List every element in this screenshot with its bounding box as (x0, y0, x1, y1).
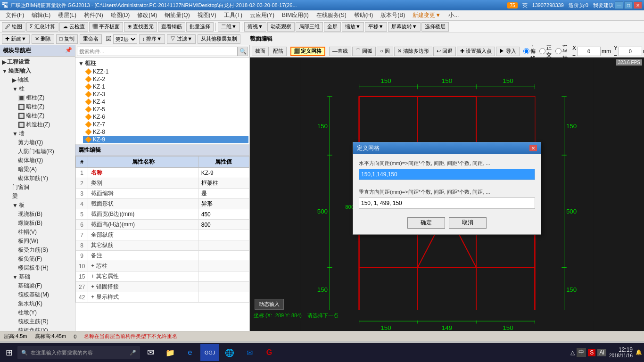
prop-value[interactable] (198, 282, 249, 292)
table-row[interactable]: 2 类别 框架柱 (76, 178, 249, 189)
tree-item-shear-wall[interactable]: 剪力墙(Q) (10, 138, 74, 147)
prop-value[interactable]: KZ-9 (198, 168, 249, 178)
menu-edit[interactable]: 编辑(E) (28, 10, 54, 20)
kz9-item[interactable]: 🔶KZ-9 (83, 136, 248, 143)
zoom-btn[interactable]: 缩放▼ (342, 22, 364, 32)
menu-floor[interactable]: 楼层(L) (54, 10, 80, 20)
tree-item-end-column[interactable]: 🔲 端柱(Z) (10, 111, 74, 120)
menu-more[interactable]: 小... (445, 10, 462, 20)
taskbar-app-ie[interactable]: e (181, 344, 199, 361)
tree-item-neg-rebar[interactable]: 板负筋(F) (10, 255, 74, 263)
table-row[interactable]: 9 备注 (76, 251, 249, 261)
flat-slab-btn[interactable]: ▦ 平齐板面 (89, 22, 123, 32)
nav-pin-icon[interactable]: 📌 (65, 47, 72, 55)
kz3-item[interactable]: 🔶KZ-3 (83, 90, 248, 98)
horizontal-input[interactable] (359, 169, 535, 180)
menu-modify[interactable]: 修改(M) (133, 10, 161, 20)
prop-value[interactable] (198, 292, 249, 303)
kz2-item[interactable]: 🔶KZ-2 (83, 75, 248, 83)
batch-select-btn[interactable]: 批量选择 (186, 22, 214, 32)
layer-select[interactable]: 第2层 (113, 34, 137, 44)
prop-value[interactable]: 800 (198, 220, 249, 230)
table-row[interactable]: 1 名称 KZ-9 (76, 168, 249, 178)
tree-item-column[interactable]: ▼ 柱 (5, 84, 74, 93)
tree-item-construct-column[interactable]: 🔲 构造柱(Z) (10, 120, 74, 129)
menu-file[interactable]: 文件(F) (2, 10, 28, 20)
kz8-item[interactable]: 🔶KZ-8 (83, 128, 248, 136)
tree-item-axis[interactable]: ▶ 轴线 (5, 75, 74, 84)
tree-item-door-window[interactable]: 门窗洞 (5, 183, 74, 192)
taskbar-app-browser[interactable]: 🌐 (220, 344, 239, 361)
prop-value[interactable] (198, 251, 249, 261)
prop-value[interactable] (198, 261, 249, 272)
prop-value[interactable]: 450 (198, 209, 249, 220)
tree-item-slab-rebar[interactable]: 板受力筋(S) (10, 246, 74, 255)
up-arrow-icon[interactable]: △ (570, 349, 575, 356)
tree-item-floor-strip[interactable]: 楼层板带(H) (10, 263, 74, 272)
table-row[interactable]: 4 截面形状 异形 (76, 199, 249, 209)
tree-item-found-beam[interactable]: 基础梁(F) (10, 281, 74, 290)
kzz1-item[interactable]: 🔶KZZ-1 (83, 68, 248, 75)
kz7-item[interactable]: 🔶KZ-7 (83, 121, 248, 128)
tree-item-raft[interactable]: 筏板基础(M) (10, 290, 74, 299)
taskbar-search-box[interactable]: 🔍 在这里输入你要搜索的内容 🎤 (17, 346, 140, 359)
tree-item-slab[interactable]: ▼ 板 (5, 201, 74, 210)
frame-col-tree-item[interactable]: ▼ 框柱 (76, 59, 248, 68)
tree-item-civil-wall[interactable]: 人防门框墙(R) (10, 147, 74, 156)
menu-component[interactable]: 构件(N) (80, 10, 107, 20)
copy-from-floor-btn[interactable]: 从其他楼层复制 (198, 34, 240, 44)
taskbar-app-g[interactable]: G (260, 344, 279, 361)
table-row[interactable]: 7 全部纵筋 (76, 230, 249, 240)
close-button[interactable]: ✕ (634, 1, 642, 9)
table-row[interactable]: 3 截面编辑 是 (76, 189, 249, 199)
fullscreen-btn[interactable]: 全屏 (324, 22, 341, 32)
tree-item-col-pier[interactable]: 柱墩(Y) (10, 308, 74, 317)
menu-tools[interactable]: 工具(T) (220, 10, 246, 20)
taskbar-app-mail[interactable]: ✉ (141, 344, 160, 361)
menu-bim[interactable]: BIM应用(I) (278, 10, 313, 20)
menu-online[interactable]: 在线服务(S) (313, 10, 350, 20)
kz6-item[interactable]: 🔶KZ-6 (83, 113, 248, 121)
menu-cloud[interactable]: 云应用(Y) (246, 10, 278, 20)
find-elem-btn[interactable]: ⊞ 查找图元 (124, 22, 157, 32)
prop-value[interactable] (198, 272, 249, 282)
prop-value[interactable] (198, 230, 249, 240)
tree-item-wall[interactable]: ▼ 墙 (5, 129, 74, 138)
tree-item-hidden-column[interactable]: 🔲 暗柱(Z) (10, 102, 74, 111)
new-layer-btn[interactable]: ✚ 新建▼ (2, 34, 30, 44)
view-rebar-btn[interactable]: 查看钢筋 (158, 22, 185, 32)
tree-item-raft-neg[interactable]: 筏板负筋(X) (10, 326, 74, 331)
notification-icon[interactable]: 🔔 (636, 349, 642, 355)
pan-btn[interactable]: 平移▼ (365, 22, 387, 32)
menu-newchange[interactable]: 新建变更▼ (409, 10, 445, 20)
filter-btn[interactable]: ▽ 过滤▼ (167, 34, 196, 44)
dynamic-obs-btn[interactable]: 动态观察 (267, 22, 295, 32)
tree-item-cast-slab[interactable]: 现浇板(B) (10, 210, 74, 219)
tree-item-foundation[interactable]: ▼ 基础 (5, 272, 74, 281)
kz4-item[interactable]: 🔶KZ-4 (83, 98, 248, 106)
menu-draw[interactable]: 绘图(D) (107, 10, 134, 20)
sort-btn[interactable]: ↕ 排序▼ (139, 34, 165, 44)
tree-item-brick-rebar[interactable]: 砌体加筋(Y) (10, 174, 74, 183)
table-row[interactable]: 15 + 其它属性 (76, 272, 249, 282)
tree-item-beam[interactable]: 梁 (5, 192, 74, 201)
view-top-btn[interactable]: 俯视▼ (244, 22, 266, 32)
search-button[interactable]: 🔍 (238, 47, 248, 56)
tree-item-brick-wall[interactable]: 砌体墙(Q) (10, 156, 74, 165)
kz1-item[interactable]: 🔶KZ-1 (83, 83, 248, 90)
table-row[interactable]: 5 截面宽(B边)(mm) 450 (76, 209, 249, 220)
prop-value[interactable]: 是 (198, 189, 249, 199)
taskbar-app-explorer[interactable]: 📁 (161, 344, 180, 361)
tree-item-spiral-slab[interactable]: 螺旋板(B) (10, 219, 74, 228)
search-input[interactable] (77, 47, 238, 56)
prop-value[interactable]: 框架柱 (198, 178, 249, 189)
nav-project-settings[interactable]: ▶ 工程设置 (1, 58, 74, 66)
screen-rotate-btn[interactable]: 屏幕旋转▼ (388, 22, 421, 32)
select-floor-btn[interactable]: 选择楼层 (421, 22, 449, 32)
dialog-close-button[interactable]: ✕ (529, 145, 537, 151)
vertical-input[interactable] (359, 197, 535, 209)
tree-item-column-cap[interactable]: 柱帽(V) (10, 228, 74, 237)
table-row[interactable]: 10 + 芯柱 (76, 261, 249, 272)
menu-rebar-qty[interactable]: 钢筋量(Q) (161, 10, 193, 20)
tree-item-pit[interactable]: 集水坑(K) (10, 299, 74, 308)
